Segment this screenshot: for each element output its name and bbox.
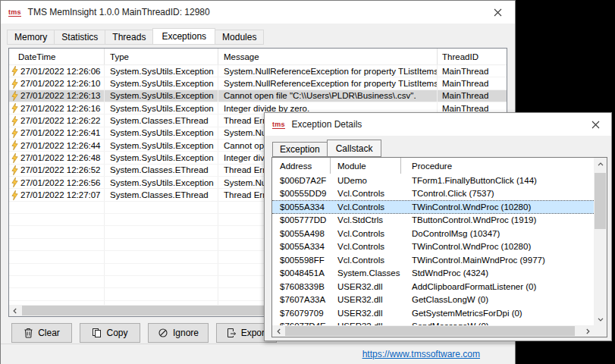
cell-address: $0055A334 bbox=[272, 201, 331, 213]
callstack-row[interactable]: $00555DD9Vcl.ControlsTControl.Click (753… bbox=[272, 187, 594, 201]
exception-icon bbox=[11, 66, 18, 76]
cell-threadid: MainThread bbox=[438, 77, 507, 89]
cell-module: USER32.dll bbox=[331, 306, 401, 320]
cell-datetime: 27/01/2022 12:26:16 bbox=[20, 104, 101, 113]
scroll-right-icon[interactable] bbox=[581, 325, 594, 337]
cell-module: Vcl.Controls bbox=[331, 227, 401, 240]
callstack-row[interactable]: $006D7A2FUDemoTForm1.FinallyButtonClick … bbox=[272, 174, 594, 187]
column-header-datetime[interactable]: DateTime bbox=[9, 49, 105, 64]
exception-icon bbox=[11, 116, 18, 126]
table-row[interactable]: 27/01/2022 12:26:10 System.SysUtils.Exce… bbox=[9, 77, 507, 89]
ignore-button-label: Ignore bbox=[173, 328, 199, 338]
clear-button[interactable]: Clear bbox=[11, 323, 72, 343]
close-icon[interactable] bbox=[481, 1, 515, 24]
tab-exception[interactable]: Exception bbox=[272, 142, 328, 157]
callstack-row[interactable]: $005777DDVcl.StdCtrlsTButtonControl.WndP… bbox=[272, 214, 594, 228]
tab-modules[interactable]: Modules bbox=[215, 30, 264, 45]
cell-address: $76079709 bbox=[272, 306, 331, 320]
tab-exceptions[interactable]: Exceptions bbox=[152, 28, 215, 45]
callstack-row[interactable]: $76077D4EUSER32.dllSendMessageW (0) bbox=[272, 320, 594, 326]
cell-type: System.SysUtils.Exception bbox=[105, 140, 218, 151]
table-row[interactable]: 27/01/2022 12:26:06 System.SysUtils.Exce… bbox=[9, 65, 507, 77]
callstack-body: $006D7A2FUDemoTForm1.FinallyButtonClick … bbox=[272, 174, 594, 325]
cell-procedure: TWinControl.WndProc (10280) bbox=[401, 240, 594, 254]
column-header-procedure[interactable]: Procedure bbox=[401, 158, 594, 174]
cell-address: $005598FF bbox=[272, 253, 331, 267]
main-titlebar: tms TMS MemInsight 1.0.0 MainThreadID: 1… bbox=[1, 1, 515, 24]
cell-datetime: 27/01/2022 12:26:44 bbox=[20, 141, 101, 150]
callstack-row[interactable]: $005598FFVcl.ControlsTWinControl.MainWnd… bbox=[272, 253, 594, 267]
callstack-row[interactable]: $7608339BUSER32.dllAddClipboardFormatLis… bbox=[272, 280, 594, 293]
cell-type: System.Classes.EThread bbox=[105, 165, 218, 176]
scroll-up-icon[interactable] bbox=[594, 158, 607, 171]
website-link[interactable]: https://www.tmssoftware.com bbox=[362, 349, 480, 359]
cell-type: System.SysUtils.Exception bbox=[105, 152, 218, 163]
scroll-thumb[interactable] bbox=[595, 173, 606, 229]
callstack-row[interactable]: $0055A334Vcl.ControlsTWinControl.WndProc… bbox=[272, 240, 594, 254]
exception-icon bbox=[11, 177, 18, 187]
exception-icon bbox=[11, 79, 18, 89]
callstack-vscrollbar[interactable] bbox=[594, 158, 607, 325]
exception-icon bbox=[11, 91, 18, 101]
cell-module: Vcl.StdCtrls bbox=[331, 214, 401, 228]
cell-module: Vcl.Controls bbox=[331, 240, 401, 254]
exceptions-table-header: DateTime Type Message ThreadID bbox=[9, 49, 507, 65]
cell-datetime: 27/01/2022 12:26:06 bbox=[20, 67, 101, 76]
callstack-row-selected[interactable]: $0055A334Vcl.ControlsTWinControl.WndProc… bbox=[272, 200, 594, 214]
tab-callstack[interactable]: Callstack bbox=[327, 140, 382, 157]
scroll-thumb[interactable] bbox=[285, 326, 575, 336]
callstack-list: Address Module Procedure $006D7A2FUDemoT… bbox=[271, 157, 607, 337]
dialog-tabstrip: Exception Callstack bbox=[272, 140, 381, 157]
cell-address: $0048451A bbox=[272, 267, 331, 281]
column-header-module[interactable]: Module bbox=[331, 158, 401, 174]
callstack-header: Address Module Procedure bbox=[272, 158, 594, 174]
tab-threads[interactable]: Threads bbox=[105, 30, 153, 45]
column-header-threadid[interactable]: ThreadID bbox=[438, 49, 507, 64]
copy-icon bbox=[92, 328, 102, 338]
scroll-down-icon[interactable] bbox=[594, 312, 607, 325]
cell-message: System.NullReferenceException for proper… bbox=[218, 77, 438, 89]
dialog-close-icon[interactable] bbox=[579, 113, 611, 136]
cell-module: USER32.dll bbox=[331, 280, 401, 293]
ignore-button[interactable]: Ignore bbox=[148, 323, 209, 343]
callstack-row[interactable]: $7607A33AUSER32.dllGetClassLongW (0) bbox=[272, 293, 594, 307]
exception-icon bbox=[11, 165, 18, 175]
callstack-hscrollbar[interactable] bbox=[272, 325, 594, 337]
cell-type: System.SysUtils.Exception bbox=[105, 102, 218, 114]
cell-procedure: SendMessageW (0) bbox=[401, 320, 594, 326]
cell-procedure: GetSystemMetricsForDpi (0) bbox=[401, 306, 594, 320]
cell-datetime: 27/01/2022 12:26:41 bbox=[20, 128, 101, 137]
exception-icon bbox=[11, 140, 18, 150]
cell-address: $005777DD bbox=[272, 214, 331, 228]
cell-module: USER32.dll bbox=[331, 320, 401, 326]
cell-type: System.Classes.EThread bbox=[105, 189, 218, 200]
cell-type: System.SysUtils.Exception bbox=[105, 177, 218, 188]
cell-module: System.Classes bbox=[331, 267, 401, 281]
cell-type: System.Classes.EThread bbox=[105, 115, 218, 126]
cell-type: System.SysUtils.Exception bbox=[105, 65, 218, 77]
cell-datetime: 27/01/2022 12:26:52 bbox=[20, 165, 101, 174]
cell-message: Cannot open file "C:\\Users\PLDR\Busines… bbox=[218, 90, 438, 102]
tab-statistics[interactable]: Statistics bbox=[54, 30, 105, 45]
cell-module: Vcl.Controls bbox=[331, 187, 401, 201]
desktop: tms TMS MemInsight 1.0.0 MainThreadID: 1… bbox=[0, 0, 615, 364]
tab-memory[interactable]: Memory bbox=[7, 30, 55, 45]
copy-button[interactable]: Copy bbox=[80, 323, 140, 343]
statusbar: https://www.tmssoftware.com bbox=[1, 344, 515, 364]
cell-address: $0055A334 bbox=[272, 240, 331, 254]
column-header-address[interactable]: Address bbox=[272, 158, 331, 174]
column-header-type[interactable]: Type bbox=[105, 49, 218, 64]
cell-type: System.SysUtils.Exception bbox=[105, 90, 218, 102]
scroll-left-icon[interactable] bbox=[272, 325, 285, 337]
callstack-row[interactable]: $0055A498Vcl.ControlsDoControlMsg (10347… bbox=[272, 227, 594, 240]
callstack-row[interactable]: $76079709USER32.dllGetSystemMetricsForDp… bbox=[272, 306, 594, 320]
column-header-message[interactable]: Message bbox=[218, 49, 438, 64]
callstack-row[interactable]: $0048451ASystem.ClassesStdWndProc (4324) bbox=[272, 267, 594, 281]
scroll-left-icon[interactable] bbox=[9, 305, 21, 316]
cell-address: $7608339B bbox=[272, 280, 331, 293]
cell-procedure: StdWndProc (4324) bbox=[401, 267, 594, 281]
table-row-selected[interactable]: 27/01/2022 12:26:13 System.SysUtils.Exce… bbox=[9, 90, 507, 102]
cell-address: $76077D4E bbox=[272, 320, 331, 326]
main-tabstrip: Memory Statistics Threads Exceptions Mod… bbox=[7, 28, 263, 45]
cell-datetime: 27/01/2022 12:27:07 bbox=[20, 190, 101, 199]
